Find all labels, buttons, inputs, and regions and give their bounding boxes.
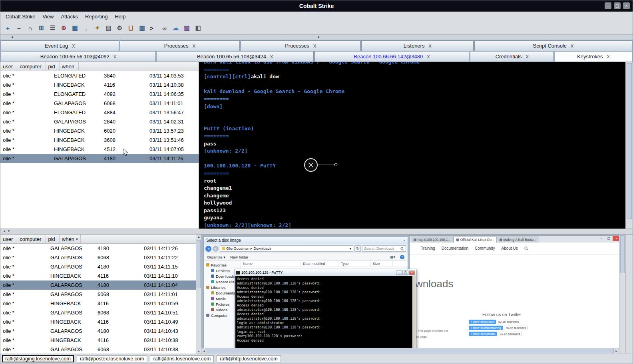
right-edge-scrollbar-track[interactable] [625, 235, 633, 354]
tab-close-icon[interactable]: X [270, 54, 273, 59]
tab-processes-1[interactable]: Processes X [120, 40, 240, 51]
targets-icon[interactable]: ⊕ [60, 24, 68, 32]
table-row[interactable]: olie * GALAPAGOS 6068 03/11 14:10:51 [0, 308, 196, 317]
scroll-up-icon[interactable]: ▲ [11, 35, 14, 40]
table-row[interactable]: olie * ELONGATED 4884 03/11 13:56:47 [0, 108, 199, 117]
menu-help[interactable]: Help [111, 14, 129, 20]
column-header[interactable]: computer [17, 235, 46, 243]
tab-close-icon[interactable]: X [192, 44, 195, 48]
graph-view-icon[interactable]: ⊞ [37, 24, 46, 32]
table-row[interactable]: olie * GALAPAGOS 2840 03/11 14:02:31 [0, 117, 199, 126]
screenshot-viewer[interactable]: http://100.100.100.1... Official Kali Li… [201, 235, 619, 354]
tab-close-icon[interactable]: X [428, 44, 431, 48]
scroll-up-icon[interactable]: ▲ [197, 235, 200, 238]
beacon-icon[interactable]: ⋃ [127, 24, 135, 32]
table-row[interactable]: olie * GALAPAGOS 4180 03/11 14:11:04 [0, 280, 196, 290]
help-book-icon[interactable]: ▧ [183, 24, 191, 32]
table-row[interactable]: olie * HINGEBACK 4116 03/11 14:10:49 [0, 317, 196, 326]
table-row[interactable]: olie * HINGEBACK 4116 03/11 14:10:38 [0, 336, 196, 345]
keystrokes-icon[interactable]: ✦ [93, 24, 102, 32]
menu-view[interactable]: View [39, 14, 57, 20]
table-row[interactable]: olie * HINGEBACK 4116 03/11 14:11:10 [0, 271, 196, 280]
tab-listeners[interactable]: Listeners X [361, 40, 474, 51]
script-console-icon[interactable]: >_ [149, 24, 157, 32]
putty-line: Access denied [237, 294, 411, 299]
table-row[interactable]: olie * HINGEBACK 4116 03/11 14:10:59 [0, 299, 196, 308]
web-log-icon[interactable]: ▤ [104, 24, 113, 32]
table-row[interactable]: olie * ELONGATED 3840 03/11 14:03:53 [0, 71, 199, 80]
table-row[interactable]: olie * GALAPAGOS 6068 03/11 14:11:01 [0, 99, 199, 108]
viewer-horizontal-scrollbar[interactable]: ◄ ► [201, 348, 619, 354]
table-row[interactable]: olie * GALAPAGOS 6068 03/11 14:11:01 [0, 290, 196, 299]
kali-nav-about-us: About Us [502, 246, 518, 251]
viewer-vertical-scrollbar[interactable] [619, 235, 625, 354]
scrollbar-thumb[interactable] [197, 240, 201, 288]
link-icon[interactable]: ∞ [160, 24, 169, 32]
table-row[interactable]: olie * GALAPAGOS 4180 03/11 14:11:26 [0, 244, 196, 253]
minimize-button[interactable]: – [605, 2, 611, 9]
table-row[interactable]: olie * HINGEBACK 6020 03/11 13:57:23 [0, 126, 199, 135]
table-row[interactable]: olie * HINGEBACK 4116 03/11 14:10:38 [0, 80, 199, 90]
collapse-down-icon[interactable]: ▼ [7, 229, 10, 233]
listeners-icon[interactable]: ∩ [26, 24, 34, 32]
sidebar-item-label: Computer [211, 313, 228, 318]
column-header[interactable]: pid [46, 62, 60, 71]
disconnect-icon[interactable]: − [15, 24, 23, 32]
pane-splitter[interactable]: ▲ ▼ [0, 229, 633, 235]
table-row[interactable]: olie * GALAPAGOS 6068 03/11 14:11:22 [0, 253, 196, 262]
column-header[interactable]: user [0, 235, 17, 243]
table-row[interactable]: olie * GALAPAGOS 6068 03/11 14:10:38 [0, 345, 196, 354]
keystrokes-scrollbar[interactable] [625, 62, 633, 229]
tab-beacon-3480[interactable]: Beacon 100.66.66.142@3480 X [315, 51, 470, 62]
tab-beacon-3424[interactable]: Beacon 100.65.56.103@3424 X [157, 51, 314, 62]
maximize-button[interactable]: ▢ [614, 2, 621, 9]
scroll-left-icon[interactable]: ◄ [203, 350, 205, 352]
menu-cobalt-strike[interactable]: Cobalt Strike [2, 14, 39, 20]
scroll-down-icon[interactable]: ▼ [197, 350, 200, 353]
table-row[interactable]: olie * HINGEBACK 4512 03/11 14:07:05 [0, 145, 199, 154]
tab-close-icon[interactable]: X [571, 44, 573, 48]
tab-close-icon[interactable]: X [607, 54, 610, 59]
tab-label: Script Console [533, 43, 567, 49]
scrollbar-thumb[interactable] [620, 235, 625, 273]
tab-close-icon[interactable]: X [313, 44, 316, 48]
tab-keystrokes[interactable]: Keystrokes X [555, 51, 632, 62]
tab-close-icon[interactable]: X [526, 54, 528, 59]
history-table-scrollbar[interactable]: ▲ ▼ [196, 235, 201, 354]
screenshots-icon[interactable]: ▦ [71, 24, 79, 32]
tab-script-console[interactable]: Script Console X [474, 40, 632, 51]
collapse-up-icon[interactable]: ▲ [3, 229, 6, 233]
menu-attacks[interactable]: Attacks [57, 14, 82, 20]
keystrokes-console[interactable]: burn kali linux to usb from windows 7 - … [199, 62, 625, 229]
column-header[interactable]: when [60, 62, 79, 71]
tab-credentials[interactable]: Credentials X [470, 51, 554, 62]
menu-reporting[interactable]: Reporting [82, 14, 111, 20]
column-header[interactable]: when ▾ [60, 235, 81, 243]
tab-event-log[interactable]: Event Log X [1, 40, 119, 51]
scroll-up-icon[interactable]: ▲ [317, 35, 320, 40]
table-row[interactable]: olie * GALAPAGOS 4180 03/11 14:11:26 [0, 154, 199, 163]
downloads-icon[interactable]: ↓ [82, 24, 90, 32]
sessions-table-icon[interactable]: ☰ [48, 24, 57, 32]
new-connection-icon[interactable]: + [4, 24, 12, 32]
column-header[interactable]: computer [17, 62, 46, 71]
table-row[interactable]: olie * HINGEBACK 3608 03/11 13:51:46 [0, 135, 199, 145]
table-row[interactable]: olie * ELONGATED 4092 03/11 14:06:35 [0, 90, 199, 99]
management-gear-icon[interactable]: ⚙ [115, 24, 124, 32]
tab-close-icon[interactable]: X [427, 54, 430, 59]
scroll-right-icon[interactable]: ► [615, 350, 618, 352]
column-header[interactable]: user [0, 62, 17, 71]
scrollbar-thumb[interactable] [207, 349, 614, 353]
tab-close-icon[interactable]: X [113, 54, 116, 59]
close-button[interactable]: × [623, 2, 630, 9]
about-icon[interactable]: ◧ [194, 24, 202, 32]
table-row[interactable]: olie * GALAPAGOS 4180 03/11 14:11:15 [0, 262, 196, 271]
tab-beacon-4092[interactable]: Beacon 100.65.56.103@4092 X [1, 51, 156, 62]
tab-processes-2[interactable]: Processes X [241, 40, 360, 51]
table-row[interactable]: olie * GALAPAGOS 4180 03/11 14:10:43 [0, 326, 196, 336]
column-header[interactable]: pid [46, 235, 60, 243]
tab-close-icon[interactable]: X [72, 44, 75, 48]
cloud-icon[interactable]: ☁ [171, 24, 180, 32]
scrollbar-thumb[interactable] [627, 63, 632, 219]
reports-icon[interactable]: ▥ [138, 24, 146, 32]
